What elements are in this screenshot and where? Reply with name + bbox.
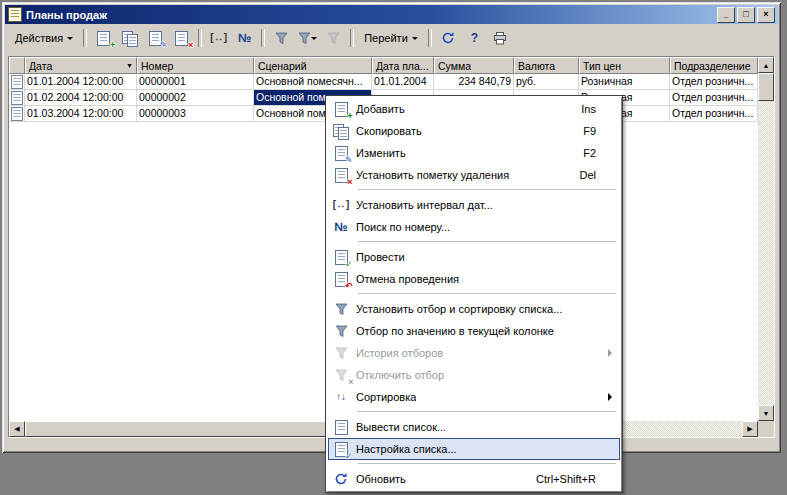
disable-filter-button[interactable]: [321, 26, 346, 50]
header-date[interactable]: Дата ▼: [25, 57, 137, 74]
header-plan-date[interactable]: Дата пла...: [372, 57, 434, 74]
maximize-button[interactable]: □: [737, 7, 755, 23]
menu-item-set-date-interval[interactable]: [↔] Установить интервал дат...: [328, 194, 620, 216]
document-icon: [11, 75, 23, 89]
help-icon: ?: [471, 32, 478, 44]
table-row[interactable]: 01.01.2004 12:00:00 00000001 Основной по…: [9, 74, 758, 90]
document-icon: [11, 107, 23, 121]
header-label: Дата пла...: [376, 60, 429, 72]
menu-item-edit[interactable]: ✎ Изменить F2: [328, 142, 620, 164]
menu-item-label: История отборов: [356, 347, 443, 359]
menu-item-disable-filter[interactable]: × Отключить отбор: [328, 364, 620, 386]
menu-item-filter-history[interactable]: История отборов: [328, 342, 620, 364]
cell-amount[interactable]: 234 840,79: [434, 74, 514, 90]
cell-scenario[interactable]: Основной помесячн...: [254, 74, 372, 90]
menu-item-set-filter-sort[interactable]: Установить отбор и сортировку списка...: [328, 298, 620, 320]
row-icon-cell: [9, 90, 25, 106]
date-interval-button[interactable]: [↔]: [206, 26, 231, 50]
disable-filter-icon: [327, 32, 340, 45]
window-titlebar[interactable]: Планы продаж _ □ ×: [5, 5, 778, 24]
cell-number[interactable]: 00000003: [137, 106, 254, 122]
refresh-icon: [330, 472, 352, 486]
mark-delete-button[interactable]: ×: [169, 26, 194, 50]
mark-delete-icon: ×: [175, 31, 188, 46]
scroll-up-button[interactable]: ▲: [758, 57, 774, 73]
list-settings-icon: ✓: [330, 442, 352, 457]
filter-sort-button[interactable]: [269, 26, 294, 50]
cell-currency[interactable]: руб.: [514, 74, 579, 90]
close-button[interactable]: ×: [757, 7, 775, 23]
menu-item-undo-post[interactable]: ↶ Отмена проведения: [328, 268, 620, 290]
cell-number[interactable]: 00000002: [137, 90, 254, 106]
menu-item-refresh[interactable]: Обновить Ctrl+Shift+R: [328, 468, 620, 490]
cell-price-type[interactable]: Розничная: [579, 74, 670, 90]
scroll-down-button[interactable]: ▼: [758, 405, 774, 421]
header-icon-column[interactable]: [9, 57, 25, 74]
menu-item-search-by-number[interactable]: № Поиск по номеру...: [328, 216, 620, 238]
header-label: Подразделение: [674, 60, 751, 72]
cell-date[interactable]: 01.02.2004 12:00:00: [25, 90, 137, 106]
sort-indicator-icon: ▼: [124, 62, 133, 69]
header-department[interactable]: Подразделение: [670, 57, 758, 74]
window-icon: [8, 7, 22, 22]
menu-item-add[interactable]: + Добавить Ins: [328, 98, 620, 120]
header-label: Валюта: [518, 60, 555, 72]
submenu-arrow-icon: [608, 393, 612, 401]
cell-plan-date[interactable]: 01.01.2004: [372, 74, 434, 90]
desktop-background: Планы продаж _ □ × Действия + ✎: [0, 0, 787, 495]
menu-item-label: Поиск по номеру...: [356, 221, 450, 233]
goto-menu-button[interactable]: Перейти: [358, 26, 424, 50]
menu-item-filter-by-column-value[interactable]: Отбор по значению в текущей колонке: [328, 320, 620, 342]
menu-item-label: Вывести список...: [356, 421, 446, 433]
header-scenario[interactable]: Сценарий: [254, 57, 372, 74]
cell-department[interactable]: Отдел розничн...: [670, 106, 758, 122]
cell-department[interactable]: Отдел розничн...: [670, 74, 758, 90]
cell-number[interactable]: 00000001: [137, 74, 254, 90]
add-button[interactable]: +: [91, 26, 116, 50]
vertical-scroll-thumb[interactable]: [758, 73, 774, 101]
cell-date[interactable]: 01.01.2004 12:00:00: [25, 74, 137, 90]
header-amount[interactable]: Сумма: [434, 57, 514, 74]
header-number[interactable]: Номер: [137, 57, 254, 74]
help-button[interactable]: ?: [462, 26, 487, 50]
actions-menu-button[interactable]: Действия: [9, 26, 79, 50]
goto-label: Перейти: [364, 32, 408, 44]
search-by-number-button[interactable]: №: [232, 26, 257, 50]
add-icon: +: [330, 102, 352, 117]
print-button[interactable]: [488, 26, 513, 50]
scroll-left-button[interactable]: ◀: [9, 421, 25, 437]
menu-item-list-settings[interactable]: ✓ Настройка списка...: [328, 438, 620, 460]
filter-sort-icon: [275, 32, 288, 45]
copy-button[interactable]: [117, 26, 142, 50]
menu-separator: [358, 241, 616, 242]
add-icon: +: [97, 31, 110, 46]
edit-icon: ✎: [330, 146, 352, 161]
refresh-button[interactable]: [436, 26, 461, 50]
header-label: Номер: [141, 60, 173, 72]
search-by-number-icon: №: [330, 221, 352, 233]
header-label: Сумма: [438, 60, 471, 72]
edit-button[interactable]: ✎: [143, 26, 168, 50]
filter-history-button[interactable]: [295, 26, 320, 50]
filter-history-icon: [330, 347, 352, 360]
row-icon-cell: [9, 74, 25, 90]
cell-date[interactable]: 01.03.2004 12:00:00: [25, 106, 137, 122]
menu-item-label: Отмена проведения: [356, 273, 459, 285]
menu-item-label: Установить отбор и сортировку списка...: [356, 303, 562, 315]
scroll-right-button[interactable]: ▶: [742, 421, 758, 437]
copy-icon: [330, 124, 352, 139]
menu-item-label: Отбор по значению в текущей колонке: [356, 325, 554, 337]
menu-item-mark-delete[interactable]: × Установить пометку удаления Del: [328, 164, 620, 186]
sort-icon: ↑↓: [330, 392, 352, 402]
minimize-button[interactable]: _: [717, 7, 735, 23]
header-label: Сценарий: [258, 60, 307, 72]
cell-department[interactable]: Отдел розничн...: [670, 90, 758, 106]
vertical-scrollbar[interactable]: ▲ ▼: [758, 57, 774, 421]
header-price-type[interactable]: Тип цен: [579, 57, 670, 74]
header-currency[interactable]: Валюта: [514, 57, 579, 74]
menu-item-copy[interactable]: Скопировать F9: [328, 120, 620, 142]
menu-shortcut: Del: [579, 169, 618, 181]
menu-item-post[interactable]: ✓ Провести: [328, 246, 620, 268]
menu-item-output-list[interactable]: Вывести список...: [328, 416, 620, 438]
menu-item-sort[interactable]: ↑↓ Сортировка: [328, 386, 620, 408]
